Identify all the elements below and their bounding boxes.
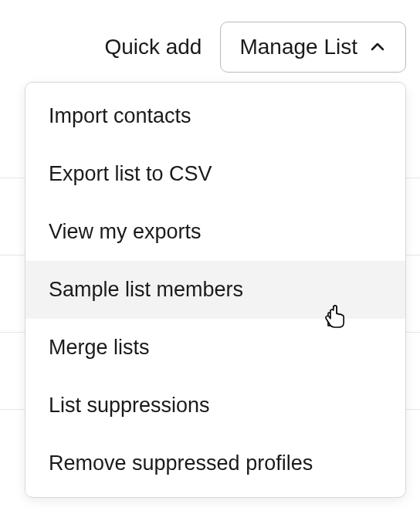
menu-item-import-contacts[interactable]: Import contacts bbox=[25, 87, 405, 145]
menu-item-merge-lists[interactable]: Merge lists bbox=[25, 319, 405, 377]
chevron-up-icon bbox=[368, 38, 387, 56]
menu-item-view-exports[interactable]: View my exports bbox=[25, 203, 405, 261]
manage-list-dropdown-menu: Import contacts Export list to CSV View … bbox=[25, 82, 406, 498]
menu-item-remove-suppressed[interactable]: Remove suppressed profiles bbox=[25, 435, 405, 492]
manage-list-dropdown-button[interactable]: Manage List bbox=[220, 22, 406, 73]
list-toolbar: Quick add Manage List bbox=[104, 22, 406, 73]
menu-item-sample-members[interactable]: Sample list members bbox=[25, 261, 405, 319]
manage-list-label: Manage List bbox=[239, 35, 357, 59]
quick-add-button[interactable]: Quick add bbox=[104, 35, 202, 59]
menu-item-list-suppressions[interactable]: List suppressions bbox=[25, 377, 405, 435]
menu-item-export-csv[interactable]: Export list to CSV bbox=[25, 145, 405, 203]
